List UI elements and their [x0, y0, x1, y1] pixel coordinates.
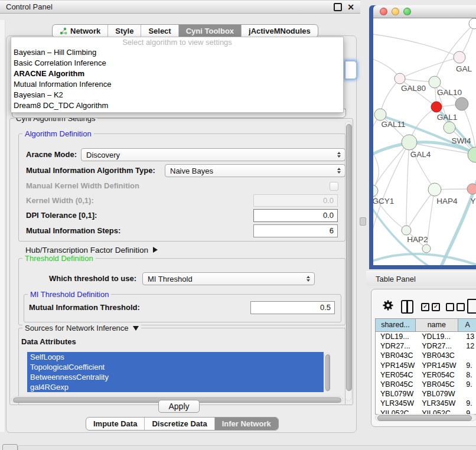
stepper-arrows-icon	[337, 168, 341, 174]
table-hscrollbar-thumb[interactable]	[377, 415, 472, 421]
collapse-down-icon[interactable]	[133, 326, 139, 331]
network-node[interactable]	[374, 109, 386, 120]
data-attribute-item[interactable]: gal4RGexp	[27, 382, 324, 392]
table-row[interactable]: YPR145WYPR145W9.	[376, 361, 476, 370]
network-node[interactable]	[467, 184, 476, 194]
sources-title-row[interactable]: Sources for Network Inference	[22, 324, 141, 332]
aracne-mode-value: Discovery	[81, 151, 120, 159]
aracne-mode-select[interactable]: Discovery	[81, 148, 345, 161]
columns-icon[interactable]	[401, 300, 413, 314]
float-icon[interactable]	[334, 3, 342, 11]
mi-threshold-definition-title: MI Threshold Definition	[28, 290, 111, 299]
table-cell: YDL19...	[376, 332, 419, 341]
network-node[interactable]	[402, 135, 417, 150]
table-scrollbar-horizontal[interactable]	[375, 414, 476, 421]
sources-group: Sources for Network Inference Data Attri…	[18, 328, 345, 405]
column-header-name[interactable]: name	[416, 319, 458, 331]
table-row[interactable]: YLR345WYLR345W9.	[376, 399, 476, 408]
mi-threshold-field[interactable]: 0.5	[250, 301, 335, 314]
network-node[interactable]	[428, 183, 441, 196]
network-canvas[interactable]: GALGAL80GAL10GAL1GAL11SWI4GAL4GCY1HAP4YH…	[373, 18, 476, 265]
attributes-scrollbar-thumb[interactable]	[325, 354, 330, 391]
table-cell: YPR145W	[419, 361, 463, 370]
manual-kernel-width-label: Manual Kernel Width Definition	[26, 180, 139, 193]
algorithm-option[interactable]: Dream8 DC_TDC Algorithm	[11, 100, 343, 111]
screenshot-root: Control Panel ✕ Network Style Select Cyn…	[0, 0, 476, 450]
algorithm-option[interactable]: Bayesian – Hill Climbing	[11, 47, 343, 58]
manual-kernel-width-checkbox[interactable]	[330, 182, 338, 191]
table-cell: 9.	[463, 399, 476, 408]
apply-button[interactable]: Apply	[158, 400, 200, 413]
which-threshold-value: MI Threshold	[143, 275, 193, 283]
table-row[interactable]: YER054CYER054C8.	[376, 370, 476, 380]
table-panel-title: Table Panel	[376, 275, 416, 283]
document-icon[interactable]	[467, 299, 476, 314]
mi-algorithm-type-value: Naive Bayes	[165, 167, 213, 175]
table-row[interactable]: YBR043CYBR043C	[376, 351, 476, 360]
close-traffic-light-icon[interactable]	[380, 8, 387, 15]
tab-network-label: Network	[70, 25, 100, 37]
network-node[interactable]	[373, 185, 378, 197]
data-attributes-list[interactable]: SelfLoopsTopologicalCoefficientBetweenne…	[27, 352, 324, 392]
table-row[interactable]: YDR27...YDR27...12	[376, 341, 476, 351]
mi-algorithm-type-select[interactable]: Naive Bayes	[165, 164, 345, 177]
data-attribute-item[interactable]: SelfLoops	[27, 352, 324, 362]
threshold-definition-group: Threshold Definition Which threshold to …	[18, 258, 345, 325]
node-label: GAL	[456, 64, 472, 73]
dpi-tolerance-field[interactable]: 0.0	[253, 209, 338, 222]
network-node[interactable]	[454, 51, 465, 63]
left-gutter	[0, 20, 5, 432]
data-attribute-item[interactable]: TopologicalCoefficient	[27, 362, 324, 372]
table-row[interactable]: YDL19...YDL19...13	[376, 332, 476, 341]
kernel-width-field[interactable]: 0.0	[253, 194, 338, 207]
bottom-bar	[18, 445, 476, 450]
network-node[interactable]	[455, 97, 468, 110]
attributes-scrollbar[interactable]	[324, 353, 330, 392]
tab-discretize-data[interactable]: Discretize Data	[144, 418, 214, 430]
network-icon	[60, 27, 67, 35]
tab-cyni-toolbox[interactable]: Cyni Toolbox	[178, 25, 241, 37]
mi-steps-field[interactable]: 6	[253, 224, 338, 237]
corner-widget[interactable]	[2, 444, 18, 450]
table-row[interactable]: YBR045CYBR045C9.	[376, 380, 476, 389]
node-label: SWI4	[451, 136, 471, 145]
tab-select[interactable]: Select	[141, 25, 178, 37]
network-node[interactable]	[429, 76, 441, 88]
node-label: GCY1	[373, 197, 394, 206]
table-cell: YER054C	[376, 370, 419, 380]
network-node[interactable]	[431, 102, 442, 112]
gear-icon[interactable]	[382, 299, 394, 311]
algorithm-combobox-fragment[interactable]	[345, 61, 357, 79]
table-row[interactable]: YIL052CYIL052C9	[376, 409, 476, 415]
algorithm-option[interactable]: Bayesian – K2	[11, 90, 343, 100]
deselect-all-checks-icon[interactable]	[446, 303, 465, 311]
which-threshold-select[interactable]: MI Threshold	[142, 272, 315, 285]
expand-right-icon[interactable]	[153, 247, 158, 253]
algorithm-option[interactable]: ARACNE Algorithm	[11, 69, 343, 79]
column-header-clipped[interactable]: A	[458, 319, 476, 331]
tab-style[interactable]: Style	[107, 25, 141, 37]
settings-scrollbar-vertical[interactable]	[345, 121, 352, 401]
network-node[interactable]	[402, 226, 411, 235]
settings-scrollbar-thumb[interactable]	[346, 124, 352, 391]
minimize-traffic-light-icon[interactable]	[392, 8, 399, 15]
network-node[interactable]	[395, 73, 405, 84]
algorithm-option[interactable]: Mutual Information Inference	[11, 79, 343, 90]
table-row[interactable]: YBL079WYBL079W	[376, 389, 476, 399]
zoom-traffic-light-icon[interactable]	[403, 8, 411, 15]
tab-impute-data[interactable]: Impute Data	[86, 418, 144, 430]
data-attribute-item[interactable]: BetweennessCentrality	[27, 372, 324, 382]
select-all-checks-icon[interactable]: ✓✓	[421, 303, 440, 311]
tab-network[interactable]: Network	[53, 25, 107, 37]
column-header-shared-name[interactable]: shared...	[376, 319, 416, 331]
node-label: HAP2	[407, 235, 428, 244]
close-icon[interactable]: ✕	[347, 4, 354, 10]
network-node[interactable]	[444, 122, 455, 133]
splitter-handle[interactable]	[360, 217, 366, 226]
tab-infer-network[interactable]: Infer Network	[214, 418, 278, 430]
threshold-definition-title: Threshold Definition	[22, 254, 96, 263]
algorithm-option[interactable]: Basic Correlation Inference	[11, 58, 343, 69]
network-node[interactable]	[422, 244, 431, 253]
hub-transcription-label: Hub/Transcription Factor Definition	[25, 246, 148, 255]
tab-jactivemnodules[interactable]: jActiveMNodules	[241, 25, 318, 37]
